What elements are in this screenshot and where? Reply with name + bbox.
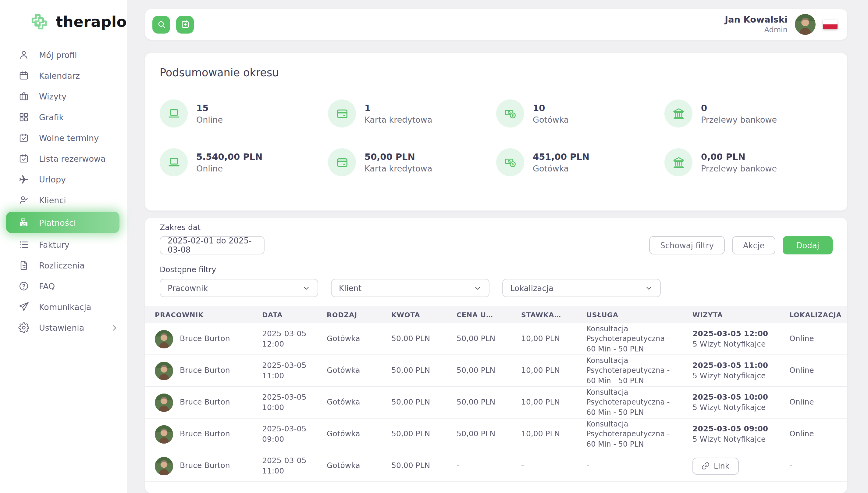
sidebar-item-moj-profil[interactable]: Mój profil [0,45,127,65]
payment-date: 2025-03-05 [262,424,317,434]
employee-name: Bruce Burton [180,334,230,344]
search-button[interactable] [152,16,170,33]
client-filter-select[interactable]: Klient [331,279,489,297]
sidebar-item-urlopy[interactable]: Urlopy [0,169,127,190]
select-value: Klient [339,283,362,293]
location: Online [780,334,847,344]
table-row[interactable]: Bruce Burton 2025-03-0512:00 Gotówka 50,… [145,323,847,355]
payments-panel: Zakres dat 2025-02-01 do 2025-03-08 Scho… [145,218,847,493]
language-flag-poland[interactable] [823,20,838,29]
date-range-label: Zakres dat [160,223,265,232]
visit-note: 5 Wizyt Notyfikajce [692,371,780,381]
col-rodzaj: RODZAJ [317,311,382,319]
stat-transfer-amount: 0,00 PLN Przelewy bankowe [664,148,832,176]
employee-filter-select[interactable]: Pracownik [160,279,318,297]
payment-time: 12:00 [262,339,317,349]
stat-transfer-count: 0 Przelewy bankowe [664,100,832,128]
sidebar-item-klienci[interactable]: Klienci [0,190,127,211]
table-header: PRACOWNIK DATA RODZAJ KWOTA CENA U… STAW… [145,306,847,323]
stat-label: Przelewy bankowe [701,163,777,173]
payment-amount: 50,00 PLN [382,365,447,376]
user-info[interactable]: Jan Kowalski Admin [725,14,787,35]
col-wizyta: WIZYTA [683,311,780,319]
laptop-icon [160,100,188,128]
stat-label: Online [196,163,262,173]
stat-value: 1 [365,103,432,112]
col-data: DATA [252,311,317,319]
sidebar-item-label: Rozliczenia [39,260,85,270]
rate: 10,00 PLN [511,365,577,376]
person-icon [18,49,29,60]
location: Online [780,397,847,408]
stat-value: 451,00 PLN [533,152,590,162]
visit-link-button[interactable]: Link [692,457,738,474]
visit-note: 5 Wizyt Notyfikajce [692,339,780,349]
sidebar-item-grafik[interactable]: Grafik [0,107,127,128]
service-name: - [577,461,683,471]
table-row[interactable]: Bruce Burton 2025-03-0509:00 Gotówka 50,… [145,419,847,450]
actions-button[interactable]: Akcje [732,236,775,254]
visit-datetime: 2025-03-05 11:00 [692,360,780,371]
sidebar-item-platnosci[interactable]: Płatności [6,212,119,233]
sidebar-item-faq[interactable]: FAQ [0,276,127,297]
stat-cash-amount: 451,00 PLN Gotówka [496,148,664,176]
payment-amount: 50,00 PLN [382,334,447,344]
sidebar-item-komunikacja[interactable]: Komunikacja [0,297,127,317]
payment-type: Gotówka [317,334,382,344]
avatar[interactable] [795,14,816,35]
sidebar-item-kalendarz[interactable]: Kalendarz [0,65,127,86]
location-filter-select[interactable]: Lokalizacja [502,279,661,297]
sidebar-item-label: Faktury [39,240,69,250]
sidebar-item-lista-rezerwowa[interactable]: Lista rezerwowa [0,148,127,169]
sidebar-item-label: Płatności [39,217,76,227]
brand-name: theraplo [56,14,127,30]
employee-name: Bruce Burton [180,397,230,408]
sidebar-item-wizyty[interactable]: Wizyty [0,86,127,107]
payment-amount: 50,00 PLN [382,397,447,408]
sidebar-item-ustawienia[interactable]: Ustawienia [0,317,127,338]
sidebar-item-rozliczenia[interactable]: Rozliczenia [0,255,127,276]
add-button[interactable]: Dodaj [783,236,832,254]
service-name: Konsultacja Psychoterapeutyczna - 60 Min… [577,419,683,449]
visit-datetime: 2025-03-05 10:00 [692,392,780,402]
stat-value: 10 [533,103,569,112]
table-row[interactable]: Bruce Burton 2025-03-0511:00 Gotówka 50,… [145,355,847,387]
sidebar-item-label: Ustawienia [39,323,84,333]
col-pracownik: PRACOWNIK [145,311,252,319]
payment-type: Gotówka [317,365,382,376]
sidebar-item-label: Kalendarz [39,71,80,81]
sidebar-item-wolne-terminy[interactable]: Wolne terminy [0,128,127,148]
sidebar-nav: Mój profil Kalendarz Wizyty Grafik Wolne… [0,42,127,338]
sidebar-item-label: Wizyty [39,91,66,101]
link-icon [702,462,709,470]
help-circle-icon [18,281,29,292]
stat-value: 50,00 PLN [365,152,432,162]
payment-amount: 50,00 PLN [382,429,447,439]
table-row[interactable]: Bruce Burton 2025-03-0510:00 Gotówka 50,… [145,387,847,419]
add-appointment-button[interactable] [176,16,194,33]
payment-amount: 50,00 PLN [382,460,447,471]
employee-name: Bruce Burton [180,429,230,439]
stat-label: Przelewy bankowe [701,114,777,124]
calendar-check-icon [18,153,29,164]
service-price: 50,00 PLN [447,334,511,344]
sidebar-item-label: Grafik [39,112,64,122]
hide-filters-button[interactable]: Schowaj filtry [649,236,725,254]
stats-grid: 15 Online 1 Karta kredytowa 10 Gotówka 0… [160,100,832,176]
payment-date: 2025-03-05 [262,328,317,339]
table-row[interactable]: Bruce Burton 2025-03-0511:00 Gotówka 50,… [145,450,847,482]
location: - [780,460,847,471]
chevron-down-icon [474,284,482,292]
app: theraplo Mój profil Kalendarz Wizyty Gra… [0,0,868,493]
payment-type: Gotówka [317,397,382,408]
laptop-icon [160,148,188,176]
sidebar-item-faktury[interactable]: Faktury [0,234,127,255]
employee-avatar [155,425,173,443]
visit-note: 5 Wizyt Notyfikajce [692,402,780,413]
stat-value: 0 [701,103,777,112]
employee-avatar [155,330,173,348]
logo[interactable]: theraplo [0,0,127,42]
date-range-input[interactable]: 2025-02-01 do 2025-03-08 [160,236,265,254]
payments-table: PRACOWNIK DATA RODZAJ KWOTA CENA U… STAW… [145,306,847,482]
chevron-right-icon [110,324,118,331]
